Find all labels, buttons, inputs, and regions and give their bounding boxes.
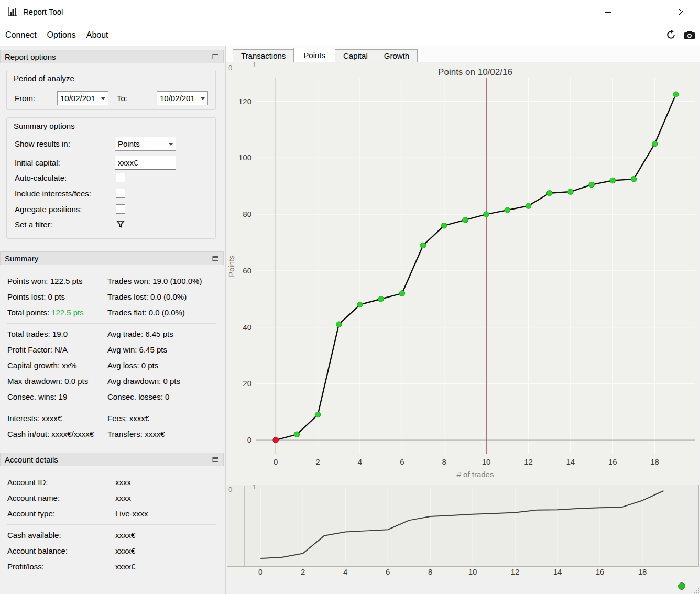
- summary-title: Summary: [5, 254, 38, 263]
- minimize-button[interactable]: [590, 0, 627, 24]
- filter-icon: [116, 219, 125, 229]
- cash-available-label: Cash available:: [7, 527, 61, 543]
- minimize-icon: [605, 9, 611, 15]
- aggregate-positions-checkbox[interactable]: [116, 204, 125, 214]
- divider: [7, 524, 216, 525]
- summary-row: Capital growth: xx% Avg loss: 0 pts: [0, 358, 226, 373]
- menu-options[interactable]: Options: [42, 24, 81, 46]
- include-interests-label: Include interests/fees:: [15, 189, 91, 199]
- account-id-value: xxxx: [115, 475, 131, 490]
- points-lost: Points lost: 0 pts: [7, 289, 65, 305]
- show-results-value: Points: [118, 137, 168, 150]
- float-panel-button[interactable]: [211, 456, 220, 463]
- report-area: Transactions Points Capital Growth 02468…: [226, 46, 700, 594]
- camera-button[interactable]: [683, 29, 696, 41]
- svg-text:60: 60: [243, 266, 251, 275]
- summary-options-group-title: Summary options: [14, 122, 75, 130]
- svg-text:0: 0: [228, 64, 232, 72]
- tab-growth[interactable]: Growth: [376, 49, 418, 62]
- profit-loss-value: xxxx€: [115, 559, 135, 575]
- account-row: Account balance: xxxx€: [0, 543, 226, 559]
- account-row: Account name: xxxx: [0, 490, 226, 506]
- menubar: Connect Options About: [0, 24, 700, 46]
- account-balance-label: Account balance:: [7, 543, 68, 559]
- points-chart[interactable]: 024681012141618020406080100120Points on …: [227, 62, 699, 483]
- window-controls: [590, 0, 700, 24]
- svg-text:16: 16: [608, 457, 617, 466]
- left-panel: Report options Period of analyze From: 1…: [0, 46, 226, 594]
- account-row: Account type: Live-xxxx: [0, 506, 226, 522]
- overview-line-chart[interactable]: 02468101214161801: [227, 485, 699, 579]
- tab-capital[interactable]: Capital: [335, 49, 376, 62]
- include-interests-checkbox[interactable]: [116, 189, 125, 198]
- svg-text:4: 4: [358, 457, 362, 466]
- window-title: Report Tool: [23, 0, 63, 24]
- trades-won: Trades won: 19.0 (100.0%): [107, 273, 202, 289]
- svg-text:1: 1: [253, 62, 256, 69]
- svg-text:14: 14: [553, 567, 562, 576]
- to-date-select[interactable]: 10/02/201: [157, 91, 208, 105]
- summary-header: Summary: [0, 251, 224, 265]
- fees: Fees: xxxx€: [107, 411, 149, 426]
- float-panel-icon: [212, 255, 219, 261]
- points-line-chart[interactable]: 024681012141618020406080100120Points on …: [227, 62, 699, 483]
- account-balance-value: xxxx€: [115, 543, 135, 559]
- refresh-icon: [665, 29, 676, 40]
- account-type-label: Account type:: [7, 506, 55, 522]
- account-name-value: xxxx: [115, 490, 131, 506]
- summary-row: Max drawdown: 0.0 pts Avg drawdown: 0 pt…: [0, 373, 226, 389]
- consec-wins: Consec. wins: 19: [7, 389, 67, 405]
- profit-loss-label: Profit/loss:: [7, 559, 44, 575]
- app-icon: [7, 6, 18, 17]
- summary-options-groupbox: Summary options Show results in: Points …: [6, 117, 216, 239]
- svg-text:# of trades: # of trades: [457, 470, 494, 479]
- show-results-select[interactable]: Points: [115, 137, 176, 151]
- tabbar: Transactions Points Capital Growth: [233, 48, 417, 62]
- svg-text:0: 0: [274, 457, 278, 466]
- from-label: From:: [15, 91, 35, 105]
- transfers: Transfers: xxxx€: [107, 426, 165, 442]
- close-button[interactable]: [663, 0, 700, 24]
- auto-calculate-label: Auto-calculate:: [15, 173, 67, 183]
- resize-grip[interactable]: [693, 587, 699, 593]
- svg-text:0: 0: [228, 486, 232, 493]
- consec-losses: Consec. losses: 0: [107, 389, 169, 405]
- account-panel: Account ID: xxxx Account name: xxxx Acco…: [0, 466, 226, 575]
- tab-transactions[interactable]: Transactions: [233, 49, 294, 62]
- interests: Interests: xxxx€: [7, 411, 62, 426]
- float-panel-button[interactable]: [211, 53, 220, 60]
- svg-text:0: 0: [258, 567, 262, 576]
- summary-row: Total trades: 19.0 Avg trade: 6.45 pts: [0, 326, 226, 342]
- svg-text:Points on 10/02/16: Points on 10/02/16: [438, 67, 512, 77]
- svg-text:8: 8: [442, 457, 446, 466]
- profit-factor: Profit Factor: N/A: [7, 342, 68, 358]
- overview-chart[interactable]: 02468101214161801: [227, 485, 699, 579]
- initial-capital-input[interactable]: [115, 156, 176, 170]
- total-points-label: Total points:: [7, 308, 49, 317]
- from-date-select[interactable]: 10/02/201: [57, 91, 108, 105]
- auto-calculate-checkbox[interactable]: [116, 173, 125, 182]
- avg-drawdown: Avg drawdown: 0 pts: [107, 373, 180, 389]
- account-details-title: Account details: [5, 455, 58, 464]
- cash-in-out: Cash in/out: xxxx€/xxxx€: [7, 426, 94, 442]
- svg-text:1: 1: [253, 485, 256, 491]
- svg-text:0: 0: [247, 435, 251, 444]
- filter-button[interactable]: [116, 219, 125, 229]
- maximize-button[interactable]: [627, 0, 663, 24]
- period-groupbox: Period of analyze From: 10/02/201 To: 10…: [6, 70, 216, 110]
- to-date-value: 10/02/201: [160, 92, 200, 105]
- svg-text:16: 16: [596, 567, 605, 576]
- svg-text:80: 80: [243, 210, 251, 218]
- svg-text:12: 12: [511, 567, 520, 576]
- refresh-button[interactable]: [664, 29, 677, 41]
- menu-about[interactable]: About: [81, 24, 114, 46]
- menu-connect[interactable]: Connect: [0, 24, 42, 46]
- avg-loss: Avg loss: 0 pts: [107, 358, 158, 373]
- svg-text:10: 10: [482, 457, 491, 466]
- divider: [7, 408, 216, 408]
- svg-text:20: 20: [243, 379, 251, 388]
- tab-points[interactable]: Points: [293, 48, 335, 62]
- report-options-title: Report options: [5, 52, 56, 61]
- float-panel-button[interactable]: [211, 255, 220, 262]
- svg-text:6: 6: [400, 457, 404, 466]
